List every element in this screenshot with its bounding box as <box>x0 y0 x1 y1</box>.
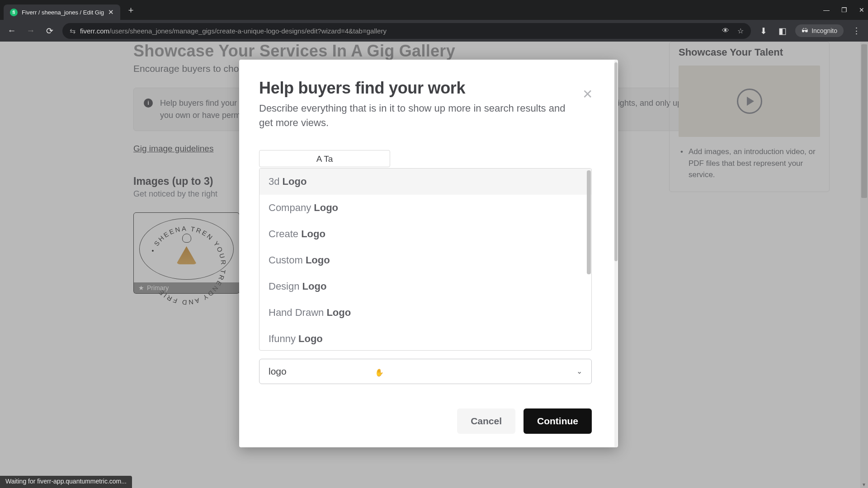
reload-button[interactable]: ⟳ <box>43 24 56 37</box>
modal-close-button[interactable]: ✕ <box>582 87 593 102</box>
dropdown-option[interactable]: Hand Drawn Logo <box>259 300 591 326</box>
dropdown-option[interactable]: Custom Logo <box>259 247 591 273</box>
incognito-label: Incognito <box>811 27 837 34</box>
dropdown-option[interactable]: Design Logo <box>259 273 591 300</box>
downloads-icon[interactable]: ⬇ <box>757 24 770 37</box>
incognito-icon: 🕶 <box>802 27 808 34</box>
tab-title: Fiverr / sheena_jones / Edit Gig <box>22 9 104 16</box>
incognito-badge[interactable]: 🕶 Incognito <box>795 24 844 37</box>
tag-dropdown: 3d LogoCompany LogoCreate LogoCustom Log… <box>259 168 592 351</box>
chevron-down-icon[interactable]: ⌄ <box>576 367 582 375</box>
bookmark-star-icon[interactable]: ☆ <box>737 27 744 35</box>
tag-input[interactable] <box>269 366 582 377</box>
site-info-icon[interactable]: ⇆ <box>70 27 75 35</box>
modal-description: Describe everything that is in it to sho… <box>259 101 576 130</box>
cancel-button[interactable]: Cancel <box>457 408 515 434</box>
menu-icon[interactable]: ⋮ <box>850 24 863 37</box>
url-text: fiverr.com/users/sheena_jones/manage_gig… <box>80 27 387 35</box>
modal-title: Help buyers find your work <box>259 79 592 98</box>
sidepanel-icon[interactable]: ◧ <box>776 24 789 37</box>
new-tab-button[interactable]: ＋ <box>127 4 135 16</box>
dropdown-option[interactable]: Company Logo <box>259 195 591 221</box>
modal-scrollbar[interactable] <box>614 60 618 447</box>
modal-scroll-thumb[interactable] <box>614 62 618 261</box>
continue-button[interactable]: Continue <box>524 408 592 434</box>
browser-status-bar: Waiting for fiverr-app.quantummetric.com… <box>0 476 132 488</box>
tag-input-combo[interactable]: ⌄ ✋ <box>259 359 592 384</box>
close-window-button[interactable]: ✕ <box>859 6 864 14</box>
browser-titlebar: fi Fiverr / sheena_jones / Edit Gig ✕ ＋ … <box>0 0 868 20</box>
browser-toolbar: ← → ⟳ ⇆ fiverr.com/users/sheena_jones/ma… <box>0 20 868 42</box>
browser-tab[interactable]: fi Fiverr / sheena_jones / Edit Gig ✕ <box>4 5 120 20</box>
privacy-eye-icon[interactable]: 👁 <box>722 27 729 35</box>
back-button[interactable]: ← <box>5 24 18 37</box>
tag-modal: ✕ Help buyers find your work Describe ev… <box>239 60 618 447</box>
dropdown-option[interactable]: Ifunny Logo <box>259 326 591 351</box>
favicon-icon: fi <box>10 9 18 16</box>
tag-display[interactable]: A Ta <box>259 150 390 167</box>
tab-close-icon[interactable]: ✕ <box>108 8 114 16</box>
page-viewport: Showcase Your Services In A Gig Gallery … <box>0 42 868 488</box>
dropdown-option[interactable]: 3d Logo <box>259 169 591 195</box>
address-bar[interactable]: ⇆ fiverr.com/users/sheena_jones/manage_g… <box>62 23 751 39</box>
dropdown-option[interactable]: Create Logo <box>259 221 591 247</box>
dropdown-scrollbar[interactable] <box>587 170 591 274</box>
forward-button[interactable]: → <box>24 24 37 37</box>
minimize-button[interactable]: — <box>823 6 830 14</box>
window-controls: — ❐ ✕ <box>823 6 864 14</box>
maximize-button[interactable]: ❐ <box>841 6 847 14</box>
